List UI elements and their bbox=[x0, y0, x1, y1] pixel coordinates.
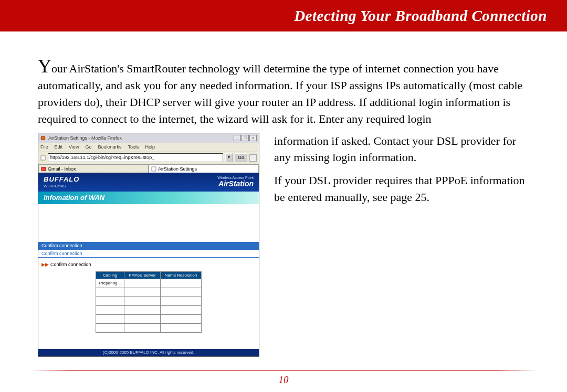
product-name: AirStation bbox=[217, 179, 254, 188]
menu-view[interactable]: View bbox=[69, 144, 79, 150]
svg-point-0 bbox=[41, 136, 45, 140]
window-titlebar: AirStation Settings - Mozilla Firefox _□… bbox=[38, 133, 259, 143]
manual-page: Detecting Your Broadband Connection Your… bbox=[0, 0, 567, 392]
page-number: 10 bbox=[0, 374, 567, 386]
window-title-text: AirStation Settings - Mozilla Firefox bbox=[40, 135, 122, 141]
svg-rect-1 bbox=[41, 156, 45, 160]
paragraph-1: Your AirStation's SmartRouter technology… bbox=[38, 57, 536, 128]
paragraph-2: information if asked. Contact your DSL p… bbox=[274, 133, 536, 166]
td-name-res bbox=[160, 279, 201, 288]
table-row bbox=[96, 296, 201, 305]
td-cabling: Preparing... bbox=[96, 279, 124, 288]
table-row bbox=[96, 323, 201, 332]
menu-tools[interactable]: Tools bbox=[128, 144, 139, 150]
page-body: Your AirStation's SmartRouter technology… bbox=[0, 31, 567, 357]
brand-bar: BUFFALO WHR-G54S Wireless Access Point A… bbox=[38, 173, 259, 192]
mail-icon bbox=[41, 166, 46, 172]
firefox-icon bbox=[40, 135, 46, 141]
url-input[interactable]: http://192.168.11.1/cgi-bin/cgi?req=inp&… bbox=[48, 153, 223, 162]
page-footer: 10 bbox=[0, 370, 567, 386]
window-buttons: _□× bbox=[233, 135, 257, 141]
address-bar: http://192.168.11.1/cgi-bin/cgi?req=inp&… bbox=[38, 152, 259, 164]
menu-bookmarks[interactable]: Bookmarks bbox=[98, 144, 121, 150]
th-name-res: Name Resolution bbox=[160, 271, 201, 279]
svg-rect-3 bbox=[152, 167, 156, 171]
page-icon bbox=[40, 155, 46, 161]
search-icon[interactable] bbox=[249, 154, 257, 162]
svg-rect-2 bbox=[41, 167, 46, 171]
table-row: Preparing... bbox=[96, 279, 201, 288]
paragraph-1-text: our AirStation's SmartRouter technology … bbox=[38, 62, 522, 125]
confirm-header: Confirm connection bbox=[38, 242, 259, 250]
dropcap: Y bbox=[38, 56, 51, 77]
close-icon[interactable]: × bbox=[249, 135, 257, 141]
url-dropdown-icon[interactable]: ▾ bbox=[225, 153, 233, 162]
window-title-label: AirStation Settings - Mozilla Firefox bbox=[48, 135, 122, 141]
th-pppoe: PPPoE Server bbox=[124, 271, 161, 279]
confirm-line: Confirm connection bbox=[50, 262, 91, 267]
browser-screenshot: AirStation Settings - Mozilla Firefox _□… bbox=[38, 133, 259, 357]
right-column: information if asked. Contact your DSL p… bbox=[274, 133, 536, 357]
page-header: Detecting Your Broadband Connection bbox=[0, 0, 567, 31]
th-cabling: Cabling bbox=[96, 271, 124, 279]
page-title: Detecting Your Broadband Connection bbox=[294, 7, 547, 25]
copyright-bar: (C)2000-2005 BUFFALO INC. All rights res… bbox=[38, 349, 259, 356]
menu-edit[interactable]: Edit bbox=[55, 144, 63, 150]
wap-label: Wireless Access Point bbox=[217, 176, 254, 179]
menu-file[interactable]: File bbox=[40, 144, 48, 150]
td-pppoe bbox=[124, 279, 161, 288]
go-button-label: Go bbox=[238, 155, 244, 160]
browser-menubar: File Edit View Go Bookmarks Tools Help bbox=[38, 143, 259, 152]
blank-area bbox=[38, 204, 259, 242]
confirm-sub: Confirm connection bbox=[38, 250, 259, 258]
menu-go[interactable]: Go bbox=[85, 144, 91, 150]
tab-gmail-label: Gmail - Inbox bbox=[48, 166, 76, 172]
maximize-icon[interactable]: □ bbox=[242, 135, 249, 141]
table-row bbox=[96, 314, 201, 323]
mid-row: AirStation Settings - Mozilla Firefox _□… bbox=[38, 133, 536, 357]
arrow-icon: ▶▶ bbox=[41, 262, 49, 267]
page-content: BUFFALO WHR-G54S Wireless Access Point A… bbox=[38, 173, 259, 356]
status-table: Cabling PPPoE Server Name Resolution Pre… bbox=[96, 271, 202, 333]
section-title: Infomation of WAN bbox=[38, 192, 259, 204]
paragraph-3: If your DSL provider requires that PPPoE… bbox=[274, 172, 536, 206]
table-row bbox=[96, 305, 201, 314]
model-name: WHR-G54S bbox=[44, 184, 79, 188]
brand-name: BUFFALO bbox=[44, 175, 79, 183]
confirm-body: ▶▶Confirm connection Cabling PPPoE Serve… bbox=[38, 258, 259, 337]
tab-airstation-label: AirStation Settings bbox=[158, 166, 197, 172]
minimize-icon[interactable]: _ bbox=[234, 135, 241, 141]
go-button[interactable]: Go bbox=[235, 153, 247, 162]
page-icon bbox=[151, 166, 156, 172]
menu-help[interactable]: Help bbox=[145, 144, 155, 150]
footer-rule bbox=[29, 370, 538, 371]
table-row bbox=[96, 288, 201, 296]
